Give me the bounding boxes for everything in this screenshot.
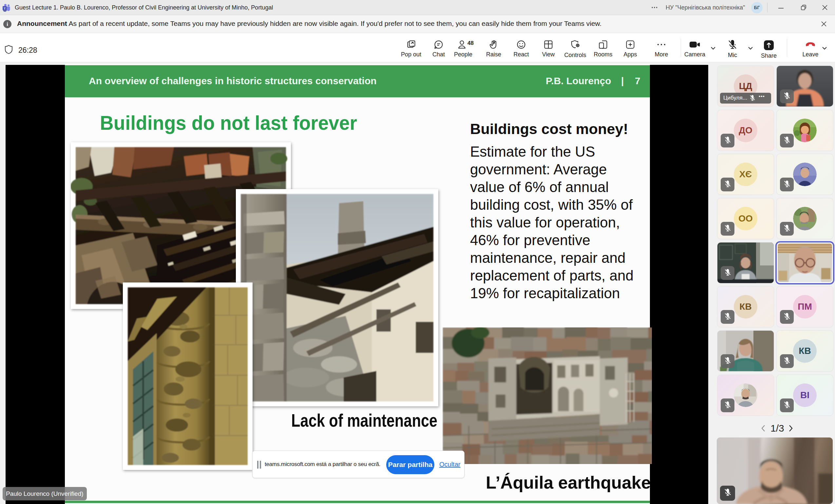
svg-text:T: T [4,7,5,10]
svg-text:48: 48 [467,40,474,46]
